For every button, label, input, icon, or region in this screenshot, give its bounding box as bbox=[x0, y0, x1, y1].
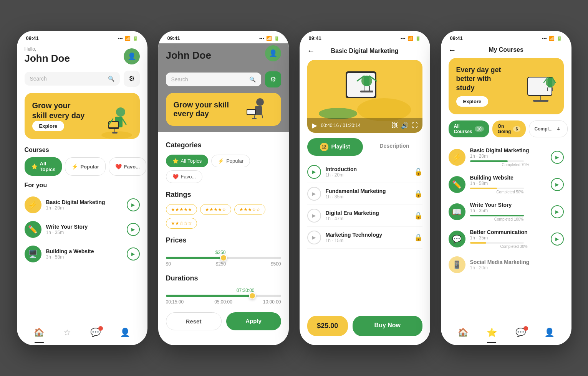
my-courses-back-4[interactable]: ← bbox=[449, 46, 456, 54]
signal-icon-1: ▪▪▪ bbox=[118, 36, 123, 41]
course-dur-1-1: 1h · 20m bbox=[46, 205, 105, 211]
prog-tab-ongoing-4[interactable]: On Going 6 bbox=[492, 120, 526, 137]
bottom-nav-1: 🏠 ☆ 💬 👤 bbox=[17, 322, 147, 345]
nav-bookmark-4[interactable]: ⭐ bbox=[487, 328, 497, 338]
lesson-item-3-3[interactable]: ▶ Digital Era Marketing 1h · 47m 🔒 bbox=[307, 205, 422, 227]
greeting-small-2: Hello, bbox=[166, 43, 211, 49]
reset-button[interactable]: Reset bbox=[166, 312, 222, 330]
explore-btn-1[interactable]: Explore bbox=[32, 121, 65, 131]
my-course-item-4-2[interactable]: ✏️ Building Website 1h · 58m Completed 5… bbox=[441, 171, 571, 198]
avatar-1[interactable]: 👤 bbox=[124, 48, 140, 64]
mc-name-4-2: Building Website bbox=[470, 175, 524, 181]
my-course-item-4-1[interactable]: ⚡ Basic Digital Marketing 1h · 20m Compl… bbox=[441, 143, 571, 171]
nav-profile-4[interactable]: 👤 bbox=[544, 328, 555, 338]
video-fullscreen-icon-3[interactable]: ⛶ bbox=[412, 122, 418, 129]
mc-play-btn-4-2[interactable]: ▶ bbox=[551, 178, 564, 191]
svg-line-14 bbox=[262, 114, 263, 118]
search-row-2: Search 🔍 ⚙ bbox=[166, 71, 281, 87]
course-item-1-3[interactable]: 🖥️ Building a Website 3h · 58m ▶ bbox=[17, 242, 147, 266]
status-bar-1: 09:41 ▪▪▪ 📶 🔋 bbox=[17, 31, 147, 43]
greeting-name-1: John Doe bbox=[25, 53, 70, 64]
filter-btn-1[interactable]: ⚙ bbox=[124, 71, 140, 87]
play-btn-1-3[interactable]: ▶ bbox=[127, 247, 140, 261]
lesson-item-3-4[interactable]: ▶ Marketing Technology 1h · 15m 🔒 bbox=[307, 227, 422, 249]
rating-5star[interactable]: ★★★★★ bbox=[166, 204, 197, 215]
search-box-1[interactable]: Search 🔍 bbox=[25, 72, 120, 86]
lesson-play-3-4[interactable]: ▶ bbox=[307, 231, 321, 244]
star-4: ★★★★☆ bbox=[205, 207, 226, 212]
avatar-2[interactable]: 👤 bbox=[265, 45, 281, 61]
svg-point-9 bbox=[256, 98, 264, 106]
lesson-item-3-2[interactable]: ▶ Fundamental Marketing 1h · 35m 🔒 bbox=[307, 183, 422, 205]
lesson-play-3-1[interactable]: ▶ bbox=[307, 165, 321, 179]
my-course-icon-4-1: ⚡ bbox=[449, 149, 465, 166]
cat-popular[interactable]: ⚡ Popular bbox=[211, 155, 250, 167]
lesson-play-3-2[interactable]: ▶ bbox=[307, 187, 321, 201]
course-item-1-1[interactable]: ⚡ Basic Digital Marketing 1h · 20m ▶ bbox=[17, 193, 147, 217]
nav-home-1[interactable]: 🏠 bbox=[34, 328, 44, 338]
play-btn-1-1[interactable]: ▶ bbox=[127, 198, 140, 211]
price-slider-thumb[interactable] bbox=[220, 254, 227, 261]
status-icons-1: ▪▪▪ 📶 🔋 bbox=[118, 36, 138, 41]
lesson-name-3-2: Fundamental Marketing bbox=[326, 188, 386, 194]
tab-popular-1[interactable]: ⚡ Popular bbox=[65, 157, 105, 176]
play-btn-1-2[interactable]: ▶ bbox=[127, 223, 140, 236]
status-icons-2: ▪▪▪ 📶 🔋 bbox=[259, 36, 280, 41]
lesson-item-3-1[interactable]: ▶ Introduction 1h · 20m 🔓 bbox=[307, 161, 422, 183]
search-box-2[interactable]: Search 🔍 bbox=[166, 73, 261, 86]
mc-dur-4-3: 1h · 35m bbox=[470, 208, 524, 213]
progress-fill-4-1 bbox=[470, 160, 508, 162]
nav-message-4[interactable]: 💬 bbox=[515, 328, 526, 338]
rating-2star[interactable]: ★★☆☆☆ bbox=[166, 218, 197, 229]
playlist-tab-active-3[interactable]: 12 Playlist bbox=[307, 138, 363, 156]
tab-favorites-1[interactable]: ❤️ Favo... bbox=[109, 157, 146, 176]
description-tab-3[interactable]: Description bbox=[367, 138, 422, 156]
video-sound-icon-3[interactable]: 🔊 bbox=[401, 122, 409, 129]
prog-tab-ongoing-count-4: 6 bbox=[513, 126, 520, 132]
progress-pct-4-2: Completed 50% bbox=[470, 190, 524, 194]
nav-profile-1[interactable]: 👤 bbox=[120, 328, 130, 338]
mc-dur-4-2: 1h · 58m bbox=[470, 181, 524, 186]
mc-play-btn-4-4[interactable]: ▶ bbox=[551, 233, 564, 246]
back-arrow-3[interactable]: ← bbox=[307, 46, 315, 55]
mc-play-btn-4-3[interactable]: ▶ bbox=[551, 205, 564, 218]
apply-button[interactable]: Apply bbox=[226, 312, 281, 330]
rating-3star[interactable]: ★★★☆☆ bbox=[234, 204, 265, 215]
prog-tab-completed-4[interactable]: Compl... 4 bbox=[529, 120, 568, 137]
search-row-1: Search 🔍 ⚙ bbox=[25, 71, 140, 87]
greeting-small-1: Hello, bbox=[25, 46, 70, 52]
lesson-play-3-3[interactable]: ▶ bbox=[307, 209, 321, 223]
study-explore-btn-4[interactable]: Explore bbox=[456, 96, 489, 107]
phone-2-filter: 09:41 ▪▪▪ 📶 🔋 Hello, John Doe 👤 Search 🔍 bbox=[158, 31, 289, 345]
svg-rect-27 bbox=[360, 91, 373, 92]
my-course-item-4-4[interactable]: 💬 Better Communication 1h · 35m Complete… bbox=[441, 225, 571, 252]
cat-favorites[interactable]: ❤️ Favo... bbox=[166, 170, 203, 183]
nav-bookmark-1[interactable]: ☆ bbox=[63, 328, 71, 338]
battery-icon-1: 🔋 bbox=[133, 36, 138, 41]
categories-title: Categories bbox=[166, 141, 281, 149]
mc-play-btn-4-1[interactable]: ▶ bbox=[551, 151, 564, 164]
video-player-3[interactable]: ▶ 00:40:16 / 01:20:14 🖼 🔊 ⛶ bbox=[307, 60, 422, 133]
rating-4star[interactable]: ★★★★☆ bbox=[200, 204, 231, 215]
search-icon-2: 🔍 bbox=[249, 76, 256, 82]
my-course-item-4-5[interactable]: 📱 Social Media Marketing 1h · 20m bbox=[441, 252, 571, 277]
progress-pct-4-1: Completed 70% bbox=[470, 163, 529, 167]
filter-btn-2[interactable]: ⚙ bbox=[265, 71, 281, 87]
price-badge-3[interactable]: $25.00 bbox=[307, 316, 348, 336]
buy-btn-3[interactable]: Buy Now bbox=[353, 316, 422, 336]
my-course-info-4-3: Write Your Story 1h · 35m Completed 100% bbox=[470, 202, 524, 221]
dur-slider-thumb[interactable] bbox=[249, 292, 256, 299]
nav-message-1[interactable]: 💬 bbox=[90, 328, 101, 338]
tab-all-topics-1[interactable]: ⭐ All Topics bbox=[25, 157, 62, 176]
my-course-item-4-3[interactable]: 📖 Write Your Story 1h · 35m Completed 10… bbox=[441, 198, 571, 225]
nav-home-4[interactable]: 🏠 bbox=[458, 328, 468, 338]
dur-mid-label: 05:00:00 bbox=[214, 299, 232, 305]
mc-dur-4-1: 1h · 20m bbox=[470, 153, 529, 159]
prog-tab-all-4[interactable]: All Courses 10 bbox=[449, 120, 489, 137]
video-play-icon-3[interactable]: ▶ bbox=[312, 121, 317, 130]
course-item-1-2[interactable]: ✏️ Write Your Story 1h · 35m ▶ bbox=[17, 217, 147, 242]
course-name-1-2: Write Your Story bbox=[46, 224, 88, 230]
course-dur-1-3: 3h · 58m bbox=[46, 254, 94, 260]
video-gallery-icon-3[interactable]: 🖼 bbox=[392, 122, 398, 129]
cat-all-topics[interactable]: ⭐ All Topics bbox=[166, 155, 209, 167]
